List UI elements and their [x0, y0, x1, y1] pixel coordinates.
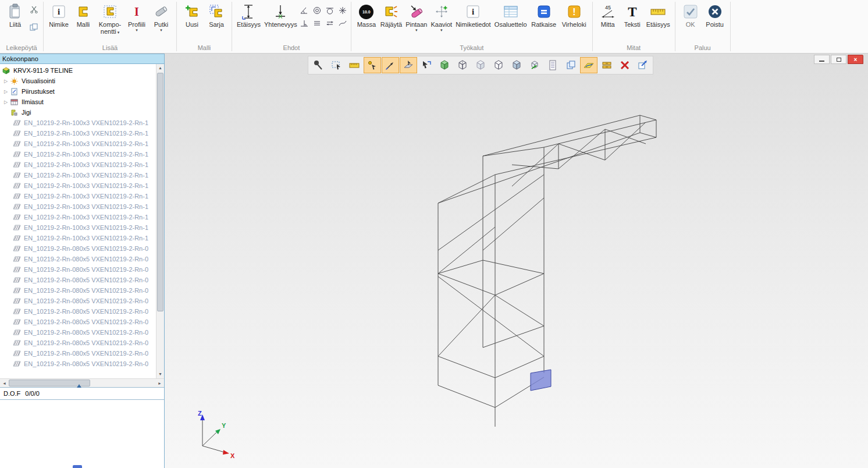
- pin-button[interactable]: [310, 57, 327, 73]
- close-button[interactable]: ×: [848, 55, 863, 64]
- scroll-up-arrow[interactable]: ▲: [156, 64, 164, 72]
- scroll-right-arrow[interactable]: ►: [155, 381, 164, 385]
- symmetry-constraint-button[interactable]: [337, 5, 348, 16]
- tree-item-profile[interactable]: EN_10219-2-Rn-080x5 VXEN10219-2-Rn-0: [0, 264, 156, 275]
- tree-item-profile[interactable]: EN_10219-2-Rn-080x5 VXEN10219-2-Rn-0: [0, 348, 156, 359]
- part-list-button[interactable]: Osaluettelo: [493, 2, 529, 29]
- tree-item-visualisointi[interactable]: ▷ Visualisointi: [0, 76, 156, 86]
- collinear-constraint-button[interactable]: [312, 18, 322, 29]
- item-info-button[interactable]: i Nimiketiedot: [454, 2, 493, 29]
- hidden-line-view-button[interactable]: [490, 57, 507, 73]
- print-button[interactable]: [598, 57, 616, 73]
- part-list-view-button[interactable]: [544, 57, 561, 73]
- tree-item-profile[interactable]: EN_10219-2-Rn-080x5 VXEN10219-2-Rn-0: [0, 338, 156, 348]
- smooth-constraint-button[interactable]: [337, 18, 348, 29]
- measure-button[interactable]: [346, 57, 363, 73]
- exit-button[interactable]: Poistu: [703, 2, 727, 29]
- tree-horizontal-scrollbar[interactable]: ◄ ►: [0, 378, 164, 387]
- perpendicular-constraint-button[interactable]: [299, 18, 310, 29]
- expander-icon[interactable]: ▷: [4, 79, 10, 84]
- tree-item-profile[interactable]: EN_10219-2-Rn-080x5 VXEN10219-2-Rn-0: [0, 285, 156, 296]
- zoom-extents-button[interactable]: [526, 57, 543, 73]
- tree-item-profile[interactable]: EN_10219-2-Rn-100x3 VXEN10219-2-Rn-1: [0, 118, 156, 128]
- tree-item-profile[interactable]: EN_10219-2-Rn-080x5 VXEN10219-2-Rn-0: [0, 306, 156, 317]
- text-button[interactable]: T Teksti: [620, 2, 645, 29]
- tree-item-profile[interactable]: EN_10219-2-Rn-100x3 VXEN10219-2-Rn-1: [0, 159, 156, 170]
- tree-root-item[interactable]: KRVX-911-9 TELINE: [0, 65, 156, 76]
- component-button[interactable]: Kompo-nentti▾: [95, 2, 124, 37]
- dimension-button[interactable]: 45 Mitta: [596, 2, 620, 29]
- tree-vertical-scrollbar[interactable]: ▲ ▼: [156, 64, 164, 378]
- horizontal-scroll-track[interactable]: [9, 379, 155, 387]
- tree-item-ilmiasut[interactable]: ▷ Ilmiasut: [0, 97, 156, 107]
- tree-item-profile[interactable]: EN_10219-2-Rn-100x3 VXEN10219-2-Rn-1: [0, 191, 156, 201]
- distance-constraint-button[interactable]: Etäisyys: [235, 2, 262, 29]
- item-button[interactable]: i Nimike: [47, 2, 71, 29]
- tree-item-profile[interactable]: EN_10219-2-Rn-100x3 VXEN10219-2-Rn-1: [0, 201, 156, 212]
- tree-item-jigi[interactable]: Jigi: [0, 107, 156, 118]
- solve-button[interactable]: Ratkaise: [529, 2, 559, 29]
- copy-button[interactable]: [29, 22, 39, 32]
- pipe-button[interactable]: Putki ▾: [149, 2, 173, 33]
- tree-item-profile[interactable]: EN_10219-2-Rn-080x5 VXEN10219-2-Rn-0: [0, 254, 156, 264]
- shaded-view-button[interactable]: [508, 57, 525, 73]
- snap-point-button[interactable]: [364, 57, 381, 73]
- model-viewport-svg[interactable]: Z Y X: [165, 54, 868, 468]
- minimize-button[interactable]: [814, 55, 830, 64]
- assembly-panel-header[interactable]: Kokoonpano: [0, 54, 164, 64]
- diagrams-button[interactable]: Kaaviot ▾: [429, 2, 454, 33]
- snap-face-button[interactable]: [400, 57, 417, 73]
- mass-button[interactable]: 10.0 Massa: [354, 2, 379, 29]
- expander-icon[interactable]: ▷: [4, 100, 10, 105]
- measure-distance-button[interactable]: Etäisyys: [645, 2, 672, 29]
- selection-plane[interactable]: [531, 370, 551, 391]
- tree-item-profile[interactable]: EN_10219-2-Rn-100x3 VXEN10219-2-Rn-1: [0, 128, 156, 139]
- angle-constraint-button[interactable]: [299, 5, 310, 16]
- tree-item-profile[interactable]: EN_10219-2-Rn-080x5 VXEN10219-2-Rn-0: [0, 327, 156, 338]
- tree-item-profile[interactable]: EN_10219-2-Rn-100x3 VXEN10219-2-Rn-1: [0, 180, 156, 191]
- tree-item-profile[interactable]: EN_10219-2-Rn-080x5 VXEN10219-2-Rn-0: [0, 296, 156, 306]
- tree-item-profile[interactable]: EN_10219-2-Rn-100x3 VXEN10219-2-Rn-1: [0, 170, 156, 180]
- select-entity-button[interactable]: [418, 57, 435, 73]
- tree-item-profile[interactable]: EN_10219-2-Rn-080x5 VXEN10219-2-Rn-0: [0, 243, 156, 254]
- tree-item-profile[interactable]: EN_10219-2-Rn-100x3 VXEN10219-2-Rn-1: [0, 222, 156, 233]
- snap-direction-button[interactable]: [382, 57, 399, 73]
- tangent-constraint-button[interactable]: [325, 5, 335, 16]
- ok-button[interactable]: OK: [678, 2, 703, 29]
- solid-view-button[interactable]: [436, 57, 453, 73]
- expander-icon[interactable]: ▷: [4, 89, 10, 94]
- tree-item-profile[interactable]: EN_10219-2-Rn-100x3 VXEN10219-2-Rn-1: [0, 212, 156, 222]
- sketch-plane-button[interactable]: [580, 57, 597, 73]
- copy-view-button[interactable]: [562, 57, 579, 73]
- tree-item-piirustukset[interactable]: ▷ Piirustukset: [0, 86, 156, 97]
- model-insert-button[interactable]: Malli: [71, 2, 95, 29]
- equal-constraint-button[interactable]: [325, 18, 335, 29]
- vertical-scroll-thumb[interactable]: [157, 73, 163, 311]
- scroll-down-arrow[interactable]: ▼: [156, 370, 164, 378]
- wireframe-gray-view-button[interactable]: [472, 57, 489, 73]
- model-viewport[interactable]: Z Y X ×: [165, 54, 868, 468]
- tree-item-profile[interactable]: EN_10219-2-Rn-080x5 VXEN10219-2-Rn-0: [0, 317, 156, 327]
- tree-item-profile[interactable]: EN_10219-2-Rn-080x5 VXEN10219-2-Rn-0: [0, 359, 156, 369]
- coincidence-constraint-button[interactable]: Yhtenevyys: [262, 2, 299, 29]
- restore-button[interactable]: [831, 55, 846, 64]
- tree-item-profile[interactable]: EN_10219-2-Rn-100x3 VXEN10219-2-Rn-1: [0, 139, 156, 149]
- explode-button[interactable]: Räjäytä: [379, 2, 404, 29]
- vertical-scroll-track[interactable]: [156, 72, 164, 370]
- select-area-button[interactable]: [328, 57, 345, 73]
- error-log-button[interactable]: ! Virheloki: [559, 2, 589, 29]
- export-view-button[interactable]: [634, 57, 652, 73]
- paste-button[interactable]: Liitä: [3, 2, 27, 29]
- to-surface-button[interactable]: Pintaan ▾: [404, 2, 429, 33]
- cut-button[interactable]: [29, 4, 39, 15]
- tree-item-profile[interactable]: EN_10219-2-Rn-080x5 VXEN10219-2-Rn-0: [0, 275, 156, 285]
- scroll-left-arrow[interactable]: ◄: [0, 381, 9, 385]
- tree-item-profile[interactable]: EN_10219-2-Rn-100x3 VXEN10219-2-Rn-1: [0, 149, 156, 159]
- wireframe-view-button[interactable]: [454, 57, 471, 73]
- series-button[interactable]: Sarja: [204, 2, 229, 29]
- delete-button[interactable]: [616, 57, 634, 73]
- new-button[interactable]: Uusi: [180, 2, 204, 29]
- profile-button[interactable]: I Profiili ▾: [124, 2, 149, 33]
- splitter-marker[interactable]: [77, 384, 81, 388]
- concentric-constraint-button[interactable]: [312, 5, 322, 16]
